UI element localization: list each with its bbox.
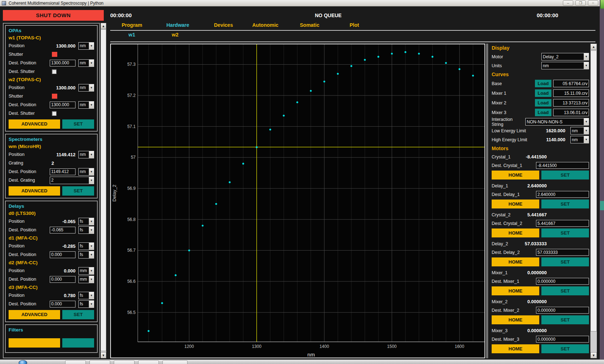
tab-autonomic[interactable]: Autonomic: [252, 22, 278, 28]
motor-dest-input[interactable]: [536, 220, 589, 227]
minimize-button[interactable]: –: [563, 0, 573, 6]
plot-canvas[interactable]: 57.357.257.15756.956.856.756.656.5120013…: [111, 44, 484, 358]
motor-dest-input[interactable]: [536, 307, 589, 314]
tab-hardware[interactable]: Hardware: [166, 22, 189, 28]
chevron-down-icon[interactable]: ▼: [584, 53, 589, 60]
position-units-dropdown[interactable]: nm▼: [78, 84, 94, 92]
scrollbar-thumb[interactable]: [101, 29, 106, 351]
set-button[interactable]: SET: [541, 200, 589, 208]
home-button[interactable]: HOME: [492, 344, 539, 353]
dest-units-dropdown[interactable]: fs▼: [78, 251, 94, 259]
taskbar-button[interactable]: [114, 360, 135, 364]
chevron-down-icon[interactable]: ▼: [89, 102, 94, 108]
motor-dest-input[interactable]: [536, 191, 589, 198]
chevron-down-icon[interactable]: ▼: [89, 243, 94, 250]
position-units-dropdown[interactable]: fs▼: [78, 218, 94, 225]
tab-somatic[interactable]: Somatic: [300, 22, 319, 28]
chevron-down-icon[interactable]: ▼: [89, 177, 94, 184]
chevron-down-icon[interactable]: ▼: [89, 267, 94, 274]
set-button[interactable]: SET: [541, 257, 589, 266]
filters-set-button[interactable]: [62, 338, 94, 348]
motor-dest-input[interactable]: [536, 162, 589, 169]
close-button[interactable]: ✕: [588, 0, 598, 6]
opas-advanced-button[interactable]: ADVANCED: [9, 119, 60, 129]
scroll-up-icon[interactable]: ▲: [101, 23, 106, 29]
subtab-w1[interactable]: w1: [128, 32, 135, 38]
set-button[interactable]: SET: [541, 315, 589, 324]
home-button[interactable]: HOME: [492, 286, 539, 295]
dest-grating-dropdown[interactable]: 2▼: [50, 177, 94, 184]
chevron-down-icon[interactable]: ▼: [89, 301, 94, 308]
chevron-down-icon[interactable]: ▼: [89, 218, 94, 225]
set-button[interactable]: SET: [541, 344, 589, 353]
home-button[interactable]: HOME: [492, 171, 539, 179]
curve-file-field[interactable]: [553, 99, 589, 107]
chevron-down-icon[interactable]: ▼: [89, 168, 94, 175]
set-button[interactable]: SET: [541, 286, 589, 295]
motor-dest-input[interactable]: [536, 278, 589, 285]
chevron-down-icon[interactable]: ▼: [584, 136, 589, 143]
dest-shutter-checkbox[interactable]: [52, 69, 57, 74]
tab-plot[interactable]: Plot: [350, 22, 359, 28]
position-units-dropdown[interactable]: fs▼: [78, 242, 94, 250]
tab-devices[interactable]: Devices: [214, 22, 233, 28]
dest-units-dropdown[interactable]: nm▼: [78, 101, 94, 109]
dest-units-dropdown[interactable]: nm▼: [78, 168, 94, 176]
scroll-down-icon[interactable]: ▼: [590, 352, 597, 358]
delays-set-button[interactable]: SET: [62, 310, 94, 319]
chevron-down-icon[interactable]: ▼: [89, 227, 94, 233]
chevron-down-icon[interactable]: ▼: [89, 251, 94, 258]
subtab-w2[interactable]: w2: [172, 32, 179, 38]
opas-set-button[interactable]: SET: [62, 119, 94, 129]
home-button[interactable]: HOME: [492, 228, 539, 237]
dest-position-input[interactable]: [50, 301, 76, 308]
low-energy-units-dropdown[interactable]: nm ▼: [570, 127, 589, 134]
home-button[interactable]: HOME: [492, 200, 539, 208]
filters-advanced-button[interactable]: [9, 338, 60, 348]
dest-position-input[interactable]: [50, 276, 76, 283]
curve-file-field[interactable]: [553, 80, 589, 87]
chevron-down-icon[interactable]: ▼: [584, 62, 589, 69]
scroll-up-icon[interactable]: ▲: [590, 44, 597, 50]
chevron-down-icon[interactable]: ▼: [584, 127, 589, 134]
set-button[interactable]: SET: [541, 228, 589, 237]
chevron-down-icon[interactable]: ▼: [89, 60, 94, 67]
high-energy-units-dropdown[interactable]: nm ▼: [570, 136, 589, 143]
chevron-down-icon[interactable]: ▼: [89, 292, 94, 299]
panel-scrollbar[interactable]: ▲ ▼: [590, 44, 597, 358]
curve-file-field[interactable]: [553, 109, 589, 116]
position-units-dropdown[interactable]: fs▼: [78, 292, 94, 299]
panel-splitter[interactable]: [486, 44, 488, 358]
dest-shutter-checkbox[interactable]: [52, 111, 57, 116]
home-button[interactable]: HOME: [492, 315, 539, 324]
restore-button[interactable]: ❐: [575, 0, 586, 6]
position-units-dropdown[interactable]: mm▼: [78, 267, 94, 275]
spectrometers-set-button[interactable]: SET: [62, 186, 94, 196]
delays-advanced-button[interactable]: ADVANCED: [9, 310, 60, 319]
load-button[interactable]: Load: [535, 89, 551, 97]
home-button[interactable]: HOME: [492, 257, 539, 266]
taskbar-button[interactable]: [65, 360, 86, 364]
dest-position-input[interactable]: [50, 102, 76, 108]
chevron-down-icon[interactable]: ▼: [89, 276, 94, 283]
interaction-dropdown[interactable]: NON-NON-NON-S ▼: [525, 118, 589, 126]
dest-position-input[interactable]: [50, 227, 76, 233]
load-button[interactable]: Load: [535, 99, 551, 107]
curve-file-field[interactable]: [553, 89, 589, 97]
dest-position-input[interactable]: [50, 168, 76, 175]
sidebar-scrollbar[interactable]: ▲ ▼: [101, 23, 106, 358]
motor-dest-input[interactable]: [536, 249, 589, 256]
dest-units-dropdown[interactable]: fs▼: [78, 226, 94, 234]
taskbar-button[interactable]: [162, 360, 187, 364]
position-units-dropdown[interactable]: nm▼: [78, 42, 94, 50]
dest-units-dropdown[interactable]: fs▼: [78, 300, 94, 308]
taskbar-button[interactable]: [138, 360, 159, 364]
start-button[interactable]: [19, 360, 27, 364]
dest-position-input[interactable]: [50, 60, 76, 67]
tuning-curve-plot[interactable]: 57.357.257.15756.956.856.756.656.5120013…: [110, 44, 485, 358]
load-button[interactable]: Load: [535, 80, 551, 87]
desktop-icon[interactable]: [600, 0, 604, 9]
shutdown-button[interactable]: SHUT DOWN: [3, 10, 104, 21]
dest-units-dropdown[interactable]: nm▼: [78, 59, 94, 67]
position-units-dropdown[interactable]: nm▼: [78, 151, 94, 158]
